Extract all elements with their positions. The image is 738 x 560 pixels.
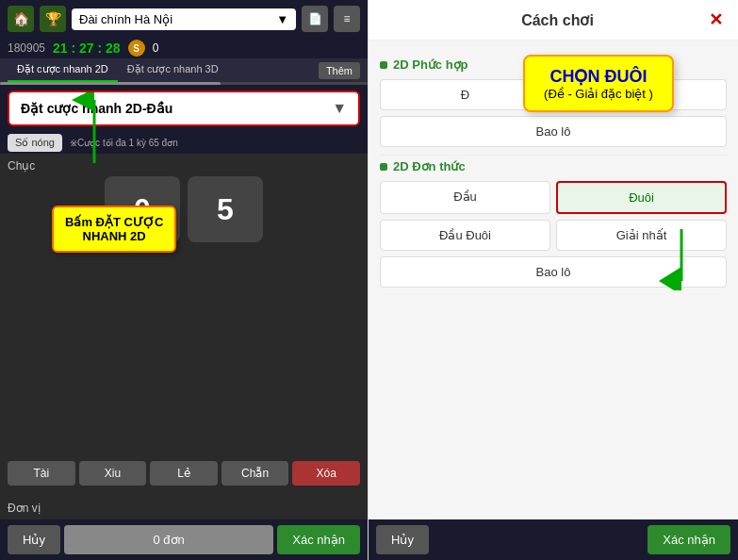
so-nong-button[interactable]: Số nóng bbox=[8, 134, 62, 152]
chon-duoi-main: CHỌN ĐUÔI bbox=[540, 66, 657, 87]
points-value: 0 bbox=[153, 41, 159, 55]
divider-1 bbox=[380, 155, 727, 156]
tab-add-button[interactable]: Thêm bbox=[319, 62, 360, 79]
points-icon: S bbox=[128, 40, 145, 57]
tabs-row: Đặt cược nhanh 2D Đặt cược nhanh 3D Thêm bbox=[0, 58, 368, 82]
tai-button[interactable]: Tài bbox=[8, 461, 75, 486]
trophy-icon[interactable]: 🏆 bbox=[40, 6, 66, 32]
arrow-down-icon bbox=[653, 224, 710, 290]
drum-don-vi[interactable]: 5 bbox=[188, 176, 263, 242]
annotation-line1: Bấm ĐẶT CƯỢC bbox=[65, 215, 163, 229]
status-bar: 180905 21 : 27 : 28 S 0 bbox=[0, 38, 368, 58]
don-vi-section: Đơn vị bbox=[0, 495, 368, 519]
drum-num-main2: 5 bbox=[217, 194, 234, 224]
bet-type-label: Đặt cược nhanh 2D-Đầu bbox=[21, 101, 172, 116]
right-header: Cách chơi ✕ bbox=[369, 0, 738, 41]
number-pad-area: Chục 0 5 Bấm ĐẶT CƯỢC NHANH 2D bbox=[0, 154, 368, 495]
left-bottom-bar: Hủy 0 đơn Xác nhận bbox=[0, 519, 368, 560]
left-xacnhan-button[interactable]: Xác nhận bbox=[277, 525, 360, 554]
top-bar: 🏠 🏆 Đài chính Hà Nội ▼ 📄 ≡ bbox=[0, 0, 368, 38]
annotation-line2: NHANH 2D bbox=[65, 229, 163, 243]
tab-3d-quick[interactable]: Đặt cược nhanh 3D bbox=[118, 58, 228, 82]
right-bottom-bar: Hủy Xác nhận bbox=[369, 519, 738, 560]
chon-duoi-sub: (Đề - Giải đặc biệt ) bbox=[540, 87, 657, 101]
cuoc-info: ※Cược tối đa 1 kỳ 65 đơn bbox=[70, 138, 178, 148]
right-content: CHỌN ĐUÔI (Đề - Giải đặc biệt ) 2D Phức … bbox=[369, 41, 738, 519]
chuc-label: Chục bbox=[8, 159, 360, 173]
left-huy-button[interactable]: Hủy bbox=[8, 525, 60, 554]
timer: 21 : 27 : 28 bbox=[53, 41, 121, 56]
action-buttons: Tài Xiu Lẻ Chẵn Xóa bbox=[8, 461, 360, 486]
section-title-2: 2D Đơn thức bbox=[393, 159, 466, 173]
bet-type-selector[interactable]: Đặt cược nhanh 2D-Đầu ▼ bbox=[8, 91, 360, 126]
session-id: 180905 bbox=[8, 41, 45, 55]
annotation-box: Bấm ĐẶT CƯỢC NHANH 2D bbox=[52, 206, 176, 253]
chon-duoi-annotation: CHỌN ĐUÔI (Đề - Giải đặc biệt ) bbox=[523, 55, 674, 112]
le-button[interactable]: Lẻ bbox=[150, 461, 218, 486]
section-title-1: 2D Phức hợp bbox=[393, 58, 468, 72]
right-huy-button[interactable]: Hủy bbox=[376, 525, 429, 554]
don-vi-label: Đơn vị bbox=[8, 502, 41, 515]
left-don-count: 0 đơn bbox=[64, 525, 273, 554]
section-header-donthu: 2D Đơn thức bbox=[380, 159, 727, 173]
chan-button[interactable]: Chẵn bbox=[221, 461, 289, 486]
xiu-button[interactable]: Xiu bbox=[79, 461, 147, 486]
page-title: Cách chơi bbox=[406, 11, 709, 29]
dropdown-text: Đài chính Hà Nội bbox=[79, 12, 172, 26]
chevron-icon: ▼ bbox=[332, 100, 347, 117]
menu-icon[interactable]: ≡ bbox=[334, 6, 360, 32]
chevron-down-icon: ▼ bbox=[276, 12, 288, 26]
donthu-daudui-button[interactable]: Đầu Đuôi bbox=[380, 220, 550, 251]
section-dot-2 bbox=[380, 163, 387, 171]
donthu-duoi-button[interactable]: Đuôi bbox=[556, 181, 727, 214]
options-row: Số nóng ※Cược tối đa 1 kỳ 65 đơn bbox=[0, 132, 368, 154]
close-button[interactable]: ✕ bbox=[709, 9, 723, 30]
right-panel: Cách chơi ✕ CHỌN ĐUÔI (Đề - Giải đặc biệ… bbox=[368, 0, 738, 560]
scrollbar-hint bbox=[0, 82, 368, 85]
donthu-dau-button[interactable]: Đầu bbox=[380, 181, 550, 214]
phuchop-baolo-button[interactable]: Bao lô bbox=[380, 116, 727, 147]
home-icon[interactable]: 🏠 bbox=[8, 6, 34, 32]
tab-2d-quick[interactable]: Đặt cược nhanh 2D bbox=[8, 58, 118, 82]
right-xacnhan-button[interactable]: Xác nhận bbox=[648, 525, 730, 554]
section-dot-1 bbox=[380, 61, 387, 69]
document-icon[interactable]: 📄 bbox=[302, 6, 328, 32]
xoa-button[interactable]: Xóa bbox=[292, 461, 360, 486]
right-spacer bbox=[433, 525, 644, 554]
left-panel: 🏠 🏆 Đài chính Hà Nội ▼ 📄 ≡ 180905 21 : 2… bbox=[0, 0, 368, 560]
region-dropdown[interactable]: Đài chính Hà Nội ▼ bbox=[72, 8, 296, 30]
